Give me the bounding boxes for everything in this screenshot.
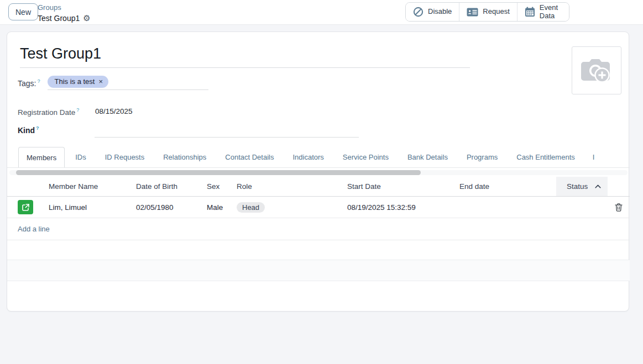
calendar-icon <box>525 7 535 17</box>
members-table: Member Name Date of Birth Sex Role Start… <box>7 177 630 281</box>
col-sex[interactable]: Sex <box>196 177 226 196</box>
delete-column-header <box>608 177 630 196</box>
kind-row: Kind? <box>18 125 39 135</box>
tags-field-row: Tags:? This is a test × <box>18 76 208 90</box>
record-form-sheet: Test Group1 Tags:? This is a test × Regi… <box>7 31 629 312</box>
breadcrumb-groups-link[interactable]: Groups <box>38 2 61 11</box>
disable-button[interactable]: Disable <box>406 3 459 21</box>
cell-start-date[interactable]: 08/19/2025 15:32:59 <box>337 203 449 212</box>
record-action-buttons: Disable Request <box>405 2 569 22</box>
id-card-icon <box>467 8 478 17</box>
tab-programs[interactable]: Programs <box>458 147 506 167</box>
event-data-button[interactable]: Event Data <box>517 3 569 21</box>
camera-plus-icon <box>579 56 614 85</box>
tab-bank-details[interactable]: Bank Details <box>399 147 456 167</box>
members-table-header: Member Name Date of Birth Sex Role Start… <box>7 177 630 197</box>
col-member-name[interactable]: Member Name <box>38 177 126 196</box>
external-link-icon <box>22 204 29 211</box>
status-header-label: Status <box>567 182 588 191</box>
gear-icon[interactable]: ⚙ <box>83 14 90 22</box>
add-a-line-link[interactable]: Add a line <box>7 225 50 233</box>
tag-pill: This is a test × <box>48 76 108 88</box>
tab-id-requests[interactable]: ID Requests <box>97 147 153 167</box>
kind-input[interactable] <box>95 137 359 138</box>
col-end-date[interactable]: End date <box>449 177 556 196</box>
cell-sex[interactable]: Male <box>196 203 226 212</box>
sort-ascending-icon <box>595 184 601 188</box>
breadcrumb-current-record: Test Group1 <box>38 14 80 22</box>
tab-clipped-fragment[interactable]: I <box>592 147 596 167</box>
tags-help-icon[interactable]: ? <box>37 78 40 84</box>
col-role[interactable]: Role <box>226 177 337 196</box>
member-row[interactable]: Lim, Limuel 02/05/1980 Male Head 08/19/2… <box>7 197 630 218</box>
registration-date-row: Registration Date? 08/15/2025 <box>18 107 79 117</box>
kind-label: Kind? <box>18 126 39 135</box>
cell-member-name[interactable]: Lim, Limuel <box>38 203 126 212</box>
trash-icon <box>615 203 623 212</box>
col-status[interactable]: Status <box>556 177 608 196</box>
request-label: Request <box>483 8 509 15</box>
tabs-horizontal-scrollbar-thumb[interactable] <box>16 170 421 175</box>
empty-table-row <box>7 260 630 281</box>
notebook-tabs: Members IDs ID Requests Relationships Co… <box>7 147 630 168</box>
tags-input[interactable]: This is a test × <box>48 76 208 90</box>
add-line-row: Add a line <box>7 218 630 240</box>
group-name-input[interactable]: Test Group1 <box>20 45 470 68</box>
event-data-label: Event Data <box>540 4 562 20</box>
tab-members[interactable]: Members <box>18 147 65 168</box>
tabs-horizontal-scrollbar-track[interactable] <box>9 170 628 175</box>
request-button[interactable]: Request <box>459 3 517 21</box>
col-start-date[interactable]: Start Date <box>337 177 449 196</box>
breadcrumb: Groups Test Group1 ⚙ <box>38 2 91 22</box>
kind-help-icon[interactable]: ? <box>36 125 39 131</box>
new-button[interactable]: New <box>8 3 38 20</box>
top-control-bar: New Groups Test Group1 ⚙ Disable <box>0 0 643 25</box>
tab-service-points[interactable]: Service Points <box>334 147 397 167</box>
delete-row-button[interactable] <box>614 202 624 213</box>
open-member-button[interactable] <box>18 200 33 214</box>
role-badge: Head <box>237 202 265 213</box>
open-record-column-header <box>7 177 38 196</box>
group-photo-upload[interactable] <box>572 46 621 94</box>
registration-date-label: Registration Date? <box>18 108 79 117</box>
col-date-of-birth[interactable]: Date of Birth <box>126 177 196 196</box>
cell-role[interactable]: Head <box>226 202 337 213</box>
registration-date-help-icon[interactable]: ? <box>76 107 79 113</box>
tab-contact-details[interactable]: Contact Details <box>217 147 282 167</box>
tag-remove-icon[interactable]: × <box>98 78 103 85</box>
cell-date-of-birth[interactable]: 02/05/1980 <box>126 203 196 212</box>
empty-table-row <box>7 240 630 260</box>
tag-label: This is a test <box>54 77 95 86</box>
ban-icon <box>413 7 424 17</box>
tab-indicators[interactable]: Indicators <box>284 147 332 167</box>
tab-cash-entitlements[interactable]: Cash Entitlements <box>508 147 583 167</box>
tab-relationships[interactable]: Relationships <box>155 147 215 167</box>
tags-label: Tags:? <box>18 78 40 88</box>
registration-date-value[interactable]: 08/15/2025 <box>95 107 133 115</box>
tab-ids[interactable]: IDs <box>67 147 95 167</box>
disable-label: Disable <box>428 8 452 15</box>
